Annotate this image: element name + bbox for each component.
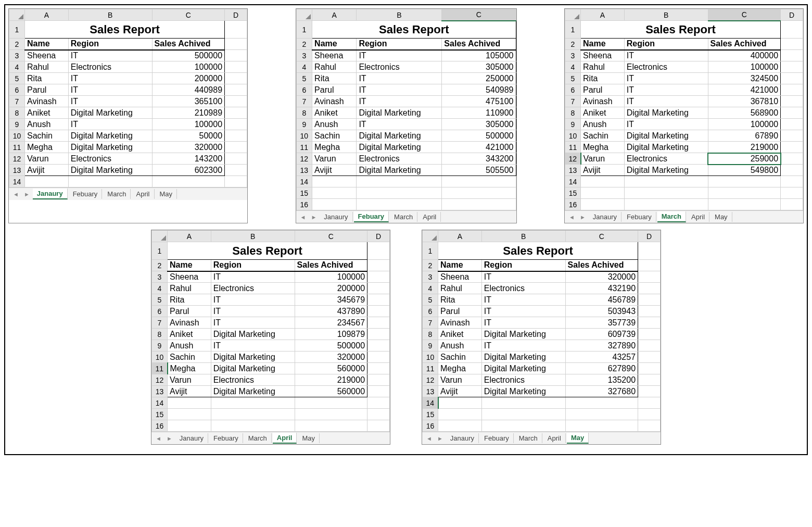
cell-A16[interactable] bbox=[581, 199, 625, 210]
cell-name[interactable]: Megha bbox=[25, 142, 69, 153]
cell-A14[interactable] bbox=[581, 176, 625, 187]
cell-region[interactable]: IT bbox=[211, 340, 295, 352]
cell-A14[interactable] bbox=[25, 176, 69, 187]
cell-name[interactable]: Avinash bbox=[312, 96, 357, 107]
column-header-D[interactable]: D bbox=[781, 9, 803, 21]
cell-name[interactable]: Rahul bbox=[168, 283, 211, 294]
sheet-tab-janaury[interactable]: Janaury bbox=[175, 433, 208, 443]
cell-region[interactable]: IT bbox=[624, 96, 708, 107]
cell-sales[interactable]: 345679 bbox=[295, 294, 367, 306]
cell-D11[interactable] bbox=[367, 363, 390, 374]
cell-region[interactable]: IT bbox=[357, 84, 442, 96]
cell-name[interactable]: Parul bbox=[312, 84, 357, 96]
cell-name[interactable]: Avijit bbox=[312, 165, 357, 176]
cell-D3[interactable] bbox=[781, 50, 803, 61]
row-header-16[interactable]: 16 bbox=[565, 199, 581, 210]
cell-C16[interactable] bbox=[295, 420, 367, 432]
cell-name[interactable]: Avinash bbox=[581, 96, 625, 107]
cell-B16[interactable] bbox=[624, 199, 708, 210]
row-header-14[interactable]: 14 bbox=[565, 176, 581, 187]
cell-name[interactable]: Megha bbox=[581, 142, 625, 153]
cell-C16[interactable] bbox=[442, 199, 516, 210]
cell-name[interactable]: Avijit bbox=[168, 386, 211, 397]
column-header-C[interactable]: C bbox=[565, 231, 638, 242]
cell-sales[interactable]: 100000 bbox=[295, 271, 367, 283]
cell-B15[interactable] bbox=[624, 187, 708, 199]
cell-region[interactable]: Digital Marketing bbox=[211, 329, 295, 340]
cell-region[interactable]: IT bbox=[211, 271, 295, 283]
cell-region[interactable]: Digital Marketing bbox=[357, 165, 442, 176]
cell-A15[interactable] bbox=[581, 187, 625, 199]
cell-name[interactable]: Rita bbox=[438, 294, 482, 306]
column-header-C[interactable]: C bbox=[295, 231, 367, 242]
sheet-tab-april[interactable]: April bbox=[418, 212, 441, 222]
table-header-sales[interactable]: Sales Achived bbox=[295, 260, 367, 271]
cell-sales[interactable]: 50000 bbox=[152, 130, 224, 142]
cell-name[interactable]: Sheena bbox=[581, 50, 625, 61]
cell-region[interactable]: Electronics bbox=[68, 61, 152, 73]
cell-D13[interactable] bbox=[781, 165, 803, 176]
cell-D7[interactable] bbox=[225, 96, 247, 107]
cell-A16[interactable] bbox=[168, 420, 211, 432]
cell-D14[interactable] bbox=[225, 176, 247, 187]
sheet-tab-april[interactable]: April bbox=[132, 189, 154, 199]
row-header-16[interactable]: 16 bbox=[423, 420, 438, 432]
cell-C14[interactable] bbox=[295, 397, 367, 409]
cell-name[interactable]: Sachin bbox=[312, 130, 357, 142]
cell-sales[interactable]: 560000 bbox=[295, 386, 367, 397]
cell-sales[interactable]: 327890 bbox=[565, 340, 638, 352]
cell-B14[interactable] bbox=[624, 176, 708, 187]
cell-D8[interactable] bbox=[638, 329, 661, 340]
spreadsheet-grid[interactable]: ABC1Sales Report2NameRegionSales Achived… bbox=[296, 9, 516, 210]
cell-D10[interactable] bbox=[225, 130, 247, 142]
cell-region[interactable]: IT bbox=[211, 294, 295, 306]
cell-D5[interactable] bbox=[367, 294, 390, 306]
cell-sales[interactable]: 143200 bbox=[152, 153, 224, 165]
cell-sales[interactable]: 503943 bbox=[565, 306, 638, 317]
row-header-2[interactable]: 2 bbox=[9, 39, 25, 50]
cell-region[interactable]: Digital Marketing bbox=[68, 130, 152, 142]
cell-B14[interactable] bbox=[211, 397, 295, 409]
cell-region[interactable]: Digital Marketing bbox=[481, 352, 565, 363]
cell-C14[interactable] bbox=[442, 176, 516, 187]
row-header-1[interactable]: 1 bbox=[9, 21, 25, 39]
cell-D1[interactable] bbox=[781, 21, 803, 39]
cell-region[interactable]: IT bbox=[357, 73, 442, 84]
cell-sales[interactable]: 500000 bbox=[295, 340, 367, 352]
cell-D10[interactable] bbox=[638, 352, 661, 363]
cell-name[interactable]: Rita bbox=[581, 73, 625, 84]
row-header-7[interactable]: 7 bbox=[565, 96, 581, 107]
cell-region[interactable]: IT bbox=[624, 119, 708, 130]
cell-region[interactable]: Digital Marketing bbox=[481, 329, 565, 340]
cell-region[interactable]: Digital Marketing bbox=[624, 130, 708, 142]
cell-region[interactable]: Digital Marketing bbox=[211, 363, 295, 374]
tab-nav-prev-icon[interactable]: ◄ bbox=[298, 214, 308, 220]
row-header-13[interactable]: 13 bbox=[9, 165, 25, 176]
cell-D8[interactable] bbox=[781, 107, 803, 119]
cell-region[interactable]: Digital Marketing bbox=[211, 352, 295, 363]
cell-A14[interactable] bbox=[312, 176, 357, 187]
sheet-tab-may[interactable]: May bbox=[710, 212, 732, 222]
cell-region[interactable]: IT bbox=[481, 271, 565, 283]
cell-C14[interactable] bbox=[708, 176, 780, 187]
cell-region[interactable]: IT bbox=[68, 50, 152, 61]
cell-sales[interactable]: 500000 bbox=[152, 50, 224, 61]
cell-name[interactable]: Megha bbox=[312, 142, 357, 153]
row-header-5[interactable]: 5 bbox=[423, 294, 438, 306]
cell-region[interactable]: Electronics bbox=[481, 374, 565, 386]
cell-sales[interactable]: 324500 bbox=[708, 73, 780, 84]
cell-name[interactable]: Parul bbox=[581, 84, 625, 96]
cell-D15[interactable] bbox=[367, 409, 390, 420]
cell-D6[interactable] bbox=[781, 84, 803, 96]
cell-A15[interactable] bbox=[312, 187, 357, 199]
row-header-11[interactable]: 11 bbox=[565, 142, 581, 153]
column-header-A[interactable]: A bbox=[312, 9, 357, 21]
row-header-5[interactable]: 5 bbox=[296, 73, 312, 84]
row-header-13[interactable]: 13 bbox=[423, 386, 438, 397]
row-header-1[interactable]: 1 bbox=[152, 242, 168, 260]
sheet-tab-march[interactable]: March bbox=[390, 212, 417, 222]
cell-A16[interactable] bbox=[312, 199, 357, 210]
table-header-name[interactable]: Name bbox=[581, 39, 625, 50]
spreadsheet-grid[interactable]: ABCD1Sales Report2NameRegionSales Achive… bbox=[9, 9, 247, 187]
cell-D3[interactable] bbox=[225, 50, 247, 61]
